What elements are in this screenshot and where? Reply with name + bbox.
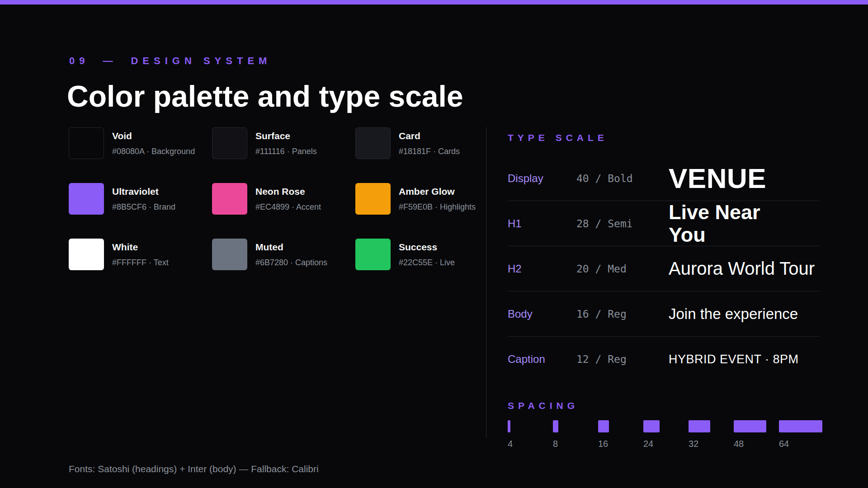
type-row-sample: Aurora World Tour bbox=[669, 258, 820, 279]
color-swatch bbox=[355, 183, 391, 215]
color-swatch bbox=[212, 127, 247, 159]
spacing-token: 8 bbox=[553, 420, 598, 449]
type-row-sample: Join the experience bbox=[669, 305, 820, 323]
spacing-token: 48 bbox=[734, 420, 779, 449]
eyebrow-dash: — bbox=[103, 55, 117, 67]
spacing-token: 4 bbox=[508, 420, 553, 449]
eyebrow-number: 09 bbox=[69, 55, 89, 67]
swatch-name: Card bbox=[399, 131, 460, 141]
type-scale-row: H128 / SemiLive Near You bbox=[508, 201, 820, 246]
color-swatch bbox=[212, 183, 247, 215]
swatch-name: White bbox=[112, 242, 169, 253]
color-swatch bbox=[355, 127, 391, 159]
swatch-info: Amber Glow#F59E0B · Highlights bbox=[399, 183, 476, 215]
type-row-label: Display bbox=[508, 172, 576, 185]
type-scale-heading: TYPE SCALE bbox=[508, 132, 608, 143]
spacing-bar bbox=[643, 420, 660, 432]
type-row-sample: Live Near You bbox=[669, 201, 786, 246]
spacing-token-label: 4 bbox=[508, 439, 553, 449]
swatch-info: White#FFFFFF · Text bbox=[112, 239, 169, 270]
spacing-token-label: 48 bbox=[734, 439, 779, 449]
swatch-info: Muted#6B7280 · Captions bbox=[255, 239, 327, 270]
type-row-label: H2 bbox=[508, 263, 576, 275]
spacing-token: 24 bbox=[643, 420, 689, 449]
color-swatch bbox=[69, 183, 104, 215]
vertical-divider bbox=[486, 127, 486, 438]
palette-item: White#FFFFFF · Text bbox=[69, 239, 212, 270]
type-row-sample: VENUE bbox=[669, 162, 820, 194]
type-row-sample: HYBRID EVENT · 8PM bbox=[669, 352, 820, 366]
fonts-footnote: Fonts: Satoshi (headings) + Inter (body)… bbox=[69, 464, 319, 474]
palette-item: Muted#6B7280 · Captions bbox=[212, 239, 355, 270]
spacing-heading: SPACING bbox=[508, 400, 579, 411]
spacing-bar bbox=[779, 420, 822, 432]
palette-item: Amber Glow#F59E0B · Highlights bbox=[355, 183, 499, 215]
palette-item: Ultraviolet#8B5CF6 · Brand bbox=[69, 183, 212, 215]
type-row-size: 16 / Reg bbox=[576, 308, 669, 320]
spacing-token: 16 bbox=[598, 420, 643, 449]
type-scale-row: Display40 / BoldVENUE bbox=[508, 156, 820, 201]
swatch-meta: #FFFFFF · Text bbox=[112, 258, 169, 267]
type-scale-row: H220 / MedAurora World Tour bbox=[508, 246, 820, 291]
page-title: Color palette and type scale bbox=[67, 78, 463, 115]
swatch-name: Surface bbox=[255, 131, 317, 141]
swatch-name: Ultraviolet bbox=[112, 186, 175, 197]
spacing-bar bbox=[734, 420, 766, 432]
swatch-info: Ultraviolet#8B5CF6 · Brand bbox=[112, 183, 175, 215]
palette-item: Neon Rose#EC4899 · Accent bbox=[212, 183, 355, 215]
spacing-token-label: 8 bbox=[553, 439, 598, 449]
type-row-label: Body bbox=[508, 308, 576, 320]
type-row-size: 20 / Med bbox=[576, 263, 669, 275]
color-swatch bbox=[69, 127, 104, 159]
swatch-info: Surface#111116 · Panels bbox=[255, 127, 317, 159]
spacing-token-label: 24 bbox=[643, 439, 689, 449]
type-row-size: 12 / Reg bbox=[576, 353, 669, 365]
swatch-meta: #22C55E · Live bbox=[399, 258, 455, 267]
color-swatch bbox=[212, 239, 247, 270]
palette-item: Void#08080A · Background bbox=[69, 127, 212, 159]
spacing-token-label: 16 bbox=[598, 439, 643, 449]
palette-item: Success#22C55E · Live bbox=[355, 239, 499, 270]
swatch-meta: #EC4899 · Accent bbox=[255, 202, 321, 212]
swatch-name: Amber Glow bbox=[399, 186, 476, 197]
spacing-bar bbox=[508, 420, 510, 432]
spacing-token-label: 64 bbox=[779, 439, 824, 449]
swatch-meta: #111116 · Panels bbox=[255, 147, 317, 156]
swatch-meta: #8B5CF6 · Brand bbox=[112, 202, 175, 212]
swatch-name: Muted bbox=[255, 242, 327, 253]
spacing-bar bbox=[598, 420, 609, 432]
eyebrow-label: DESIGN SYSTEM bbox=[131, 55, 271, 67]
swatch-name: Neon Rose bbox=[255, 186, 321, 197]
spacing-token: 32 bbox=[689, 420, 734, 449]
palette-grid: Void#08080A · BackgroundSurface#111116 ·… bbox=[69, 127, 499, 270]
type-scale-table: Display40 / BoldVENUEH128 / SemiLive Nea… bbox=[508, 156, 820, 382]
palette-item: Card#18181F · Cards bbox=[355, 127, 499, 159]
type-scale-row: Caption12 / RegHYBRID EVENT · 8PM bbox=[508, 337, 820, 382]
swatch-info: Success#22C55E · Live bbox=[399, 239, 455, 270]
type-scale-row: Body16 / RegJoin the experience bbox=[508, 291, 820, 337]
type-row-label: Caption bbox=[508, 353, 576, 366]
spacing-bars: 481624324864 bbox=[508, 420, 824, 449]
type-row-size: 40 / Bold bbox=[576, 173, 669, 184]
design-system-slide: 09 — DESIGN SYSTEM Color palette and typ… bbox=[0, 0, 868, 488]
swatch-name: Success bbox=[399, 242, 455, 253]
type-row-size: 28 / Semi bbox=[576, 218, 669, 230]
swatch-info: Void#08080A · Background bbox=[112, 127, 195, 159]
color-swatch bbox=[355, 239, 391, 270]
swatch-meta: #6B7280 · Captions bbox=[255, 258, 327, 267]
palette-item: Surface#111116 · Panels bbox=[212, 127, 355, 159]
eyebrow: 09 — DESIGN SYSTEM bbox=[69, 55, 271, 67]
accent-top-bar bbox=[0, 0, 868, 5]
spacing-bar bbox=[553, 420, 558, 432]
type-row-label: H1 bbox=[508, 217, 576, 230]
spacing-token: 64 bbox=[779, 420, 824, 449]
swatch-meta: #F59E0B · Highlights bbox=[399, 202, 476, 212]
swatch-name: Void bbox=[112, 131, 195, 141]
swatch-meta: #18181F · Cards bbox=[399, 147, 460, 156]
swatch-info: Card#18181F · Cards bbox=[399, 127, 460, 159]
color-swatch bbox=[69, 239, 104, 270]
spacing-token-label: 32 bbox=[689, 439, 734, 449]
spacing-bar bbox=[689, 420, 710, 432]
swatch-info: Neon Rose#EC4899 · Accent bbox=[255, 183, 321, 215]
swatch-meta: #08080A · Background bbox=[112, 147, 195, 156]
